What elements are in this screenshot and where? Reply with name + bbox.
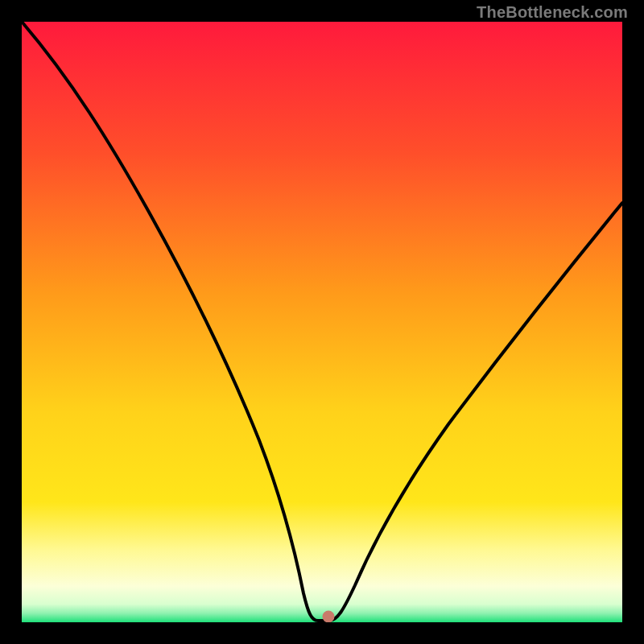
optimum-marker	[323, 611, 335, 623]
watermark-text: TheBottleneck.com	[477, 3, 628, 22]
plot-area	[22, 22, 622, 622]
curve-path	[22, 22, 622, 621]
chart-frame: TheBottleneck.com	[0, 0, 644, 644]
bottleneck-curve	[22, 22, 622, 622]
